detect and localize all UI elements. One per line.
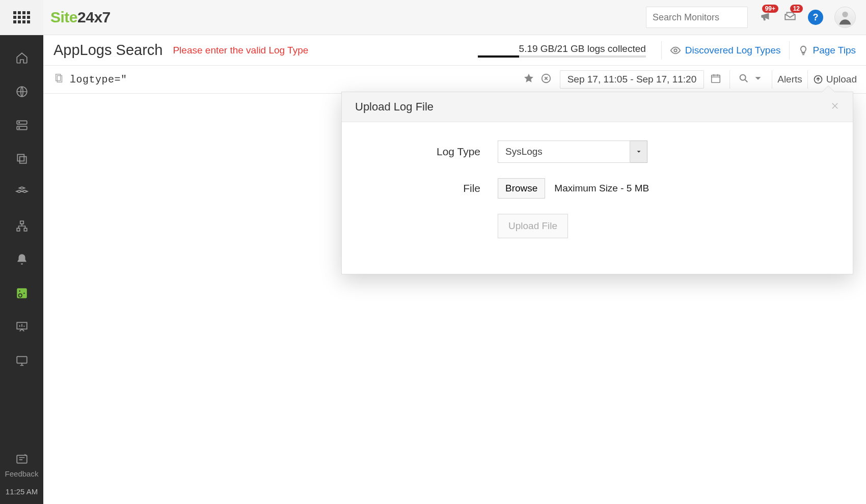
svg-rect-19 [56,74,61,81]
alerts-button[interactable]: Alerts [777,74,802,85]
inbox-badge: 12 [790,5,803,13]
modal-title: Upload Log File [355,100,434,114]
svg-rect-16 [17,455,27,463]
network-icon [15,219,29,233]
upload-button[interactable]: Upload [813,74,866,85]
date-range-text: Sep 17, 11:05 - Sep 17, 11:20 [567,74,697,85]
product-logo[interactable]: Site24x7 [50,9,111,26]
nav-network[interactable] [15,219,29,235]
sidebar-clock: 11:25 AM [0,487,43,496]
avatar-icon [836,9,854,26]
modal-header: Upload Log File [342,92,853,122]
query-input[interactable] [70,74,520,86]
discovered-label: Discovered Log Types [685,45,781,56]
close-circle-icon [540,73,552,84]
upload-icon [813,74,823,85]
inbox-button[interactable]: 12 [783,10,797,25]
search-dropdown[interactable] [735,73,752,86]
max-size-text: Maximum Size - 5 MB [554,183,649,194]
star-icon [523,73,534,84]
quota-fill [478,55,520,58]
feedback-label: Feedback [0,469,43,478]
svg-rect-5 [17,154,24,161]
nav-list [15,35,29,453]
quota-indicator: 5.19 GB/21 GB logs collected [478,43,646,58]
search-monitors-input[interactable] [646,7,748,28]
left-sidebar: Feedback 11:25 AM [0,0,43,504]
page-header: AppLogs Search Please enter the valid Lo… [43,35,866,66]
logo-word-24x7: 24x7 [77,9,111,25]
notifications-button[interactable]: 99+ [759,10,772,25]
presentation-icon [15,320,29,333]
server-icon [15,119,29,132]
nav-globe[interactable] [15,85,29,100]
date-range-picker[interactable]: Sep 17, 11:05 - Sep 17, 11:20 [560,70,705,89]
nav-cubes[interactable] [15,186,29,201]
applogs-icon [15,287,29,300]
apps-grid-icon [13,11,30,23]
log-type-value: SysLogs [498,141,630,163]
nav-bell[interactable] [15,253,29,268]
calendar-icon [710,73,721,84]
log-type-select[interactable]: SysLogs [498,141,647,163]
quota-bar [478,55,646,58]
svg-rect-7 [20,221,23,223]
modal-arrow [822,86,834,92]
svg-rect-10 [17,288,27,298]
home-icon [15,51,29,65]
windows-icon [15,152,29,165]
apps-launcher[interactable] [0,0,43,35]
upload-file-button[interactable]: Upload File [498,214,568,238]
logo-word-site: Site [50,9,77,25]
modal-body: Log Type SysLogs File Browse Maximum Siz… [342,122,853,274]
browse-button[interactable]: Browse [498,178,545,199]
quota-text: 5.19 GB/21 GB logs collected [519,43,646,54]
svg-point-4 [18,128,19,129]
feedback-icon [15,453,29,466]
nav-windows[interactable] [15,152,29,167]
topbar: Site24x7 99+ 12 ? [43,0,866,35]
row-log-type: Log Type SysLogs [355,141,840,163]
svg-point-11 [19,290,20,292]
nav-applogs[interactable] [15,287,29,302]
nav-desktop[interactable] [15,354,29,369]
globe-icon [15,85,29,98]
upload-label: Upload [826,74,857,85]
svg-rect-15 [17,356,27,363]
log-type-label: Log Type [355,146,498,158]
nav-home[interactable] [15,51,29,67]
document-icon [53,73,65,84]
validation-warning: Please enter the valid Log Type [173,45,308,56]
close-icon [830,101,840,110]
modal-close-button[interactable] [830,100,840,114]
svg-point-23 [740,75,746,80]
query-doc-icon [53,73,65,86]
notifications-badge: 99+ [762,5,778,13]
chevron-down-icon [635,148,642,155]
page-tips-link[interactable]: Page Tips [798,45,856,56]
svg-rect-8 [17,228,19,231]
feedback-button[interactable]: Feedback [0,453,43,478]
svg-rect-20 [57,76,62,82]
calendar-button[interactable] [707,73,724,86]
nav-server[interactable] [15,119,29,134]
sidebar-footer: Feedback 11:25 AM [0,453,43,504]
svg-rect-22 [712,75,720,83]
log-type-caret[interactable] [630,141,647,163]
nav-presentation[interactable] [15,320,29,335]
discovered-log-types-link[interactable]: Discovered Log Types [670,45,781,56]
search-dropdown-caret[interactable] [752,73,767,86]
help-button[interactable]: ? [808,10,823,25]
search-icon [738,73,749,84]
page-title: AppLogs Search [53,42,163,59]
svg-rect-6 [19,157,26,163]
svg-point-12 [23,293,25,294]
cubes-icon [15,186,29,199]
svg-point-17 [842,12,848,17]
svg-rect-9 [24,228,26,231]
svg-point-3 [18,122,19,123]
svg-point-18 [674,49,677,52]
user-avatar[interactable] [834,7,856,28]
star-button[interactable] [520,73,537,86]
clear-query-button[interactable] [537,73,555,86]
